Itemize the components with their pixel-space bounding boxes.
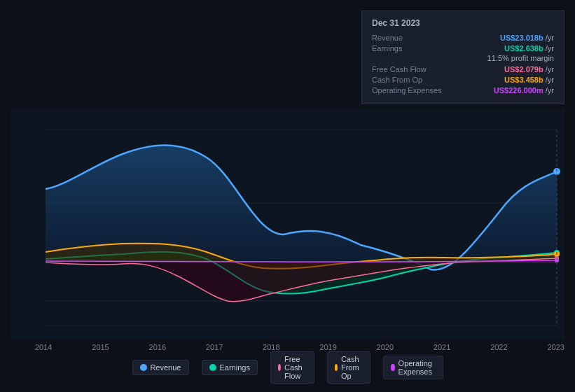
tooltip-row-revenue: Revenue US$23.018b /yr	[372, 34, 554, 42]
tooltip-value-cashfromop: US$3.458b /yr	[504, 76, 554, 84]
x-label-2020: 2020	[377, 343, 394, 351]
x-label-2017: 2017	[206, 343, 223, 351]
chart-legend: Revenue Earnings Free Cash Flow Cash Fro…	[132, 351, 443, 384]
tooltip-value-opex: US$226.000m /yr	[494, 86, 554, 94]
legend-cashfromop[interactable]: Cash From Op	[327, 351, 371, 384]
tooltip-row-opex: Operating Expenses US$226.000m /yr	[372, 86, 554, 94]
tooltip-label-opex: Operating Expenses	[372, 86, 449, 94]
tooltip-label-cashfromop: Cash From Op	[372, 76, 449, 84]
tooltip-date: Dec 31 2023	[372, 18, 554, 28]
x-axis-labels: 2014 2015 2016 2017 2018 2019 2020 2021 …	[35, 343, 564, 351]
x-label-2015: 2015	[92, 343, 109, 351]
legend-dot-cashfromop	[335, 364, 338, 371]
legend-fcf[interactable]: Free Cash Flow	[270, 351, 314, 384]
chart-svg	[11, 108, 564, 340]
tooltip-value-revenue: US$23.018b /yr	[500, 34, 554, 42]
legend-opex[interactable]: Operating Expenses	[383, 356, 443, 379]
legend-label-opex: Operating Expenses	[399, 359, 436, 376]
tooltip-value-fcf: US$2.079b /yr	[504, 65, 554, 74]
tooltip-row-cashfromop: Cash From Op US$3.458b /yr	[372, 76, 554, 84]
legend-label-cashfromop: Cash From Op	[341, 355, 363, 380]
legend-dot-fcf	[278, 364, 281, 371]
legend-label-fcf: Free Cash Flow	[284, 355, 307, 380]
x-label-2022: 2022	[490, 343, 507, 351]
legend-earnings[interactable]: Earnings	[201, 360, 257, 375]
x-label-2016: 2016	[149, 343, 166, 351]
legend-dot-revenue	[139, 364, 146, 371]
legend-dot-opex	[391, 364, 394, 371]
tooltip-label-fcf: Free Cash Flow	[372, 65, 449, 74]
tooltip-profit-margin: 11.5% profit margin	[372, 54, 554, 62]
x-label-2019: 2019	[319, 343, 336, 351]
tooltip-value-earnings: US$2.638b /yr	[504, 44, 554, 52]
tooltip-label-revenue: Revenue	[372, 34, 449, 42]
tooltip-label-earnings: Earnings	[372, 44, 449, 52]
tooltip-row-earnings: Earnings US$2.638b /yr	[372, 44, 554, 52]
x-label-2021: 2021	[434, 343, 450, 351]
legend-dot-earnings	[209, 364, 216, 371]
legend-label-earnings: Earnings	[219, 363, 249, 372]
x-label-2018: 2018	[263, 343, 279, 351]
x-label-2023: 2023	[547, 343, 564, 351]
legend-label-revenue: Revenue	[150, 363, 181, 372]
x-label-2014: 2014	[35, 343, 52, 351]
legend-revenue[interactable]: Revenue	[132, 360, 188, 375]
tooltip-panel: Dec 31 2023 Revenue US$23.018b /yr Earni…	[361, 10, 564, 104]
tooltip-row-fcf: Free Cash Flow US$2.079b /yr	[372, 65, 554, 74]
